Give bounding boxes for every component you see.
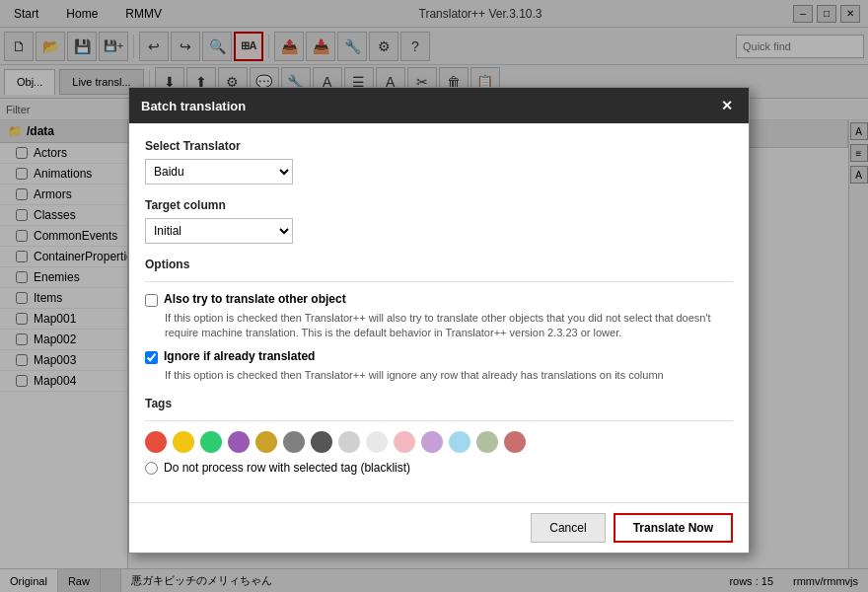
batch-translation-modal: Batch translation ✕ Select Translator Ba…: [128, 87, 750, 554]
translate-other-checkbox[interactable]: [145, 294, 158, 307]
tags-divider: [145, 420, 733, 421]
tag-circle[interactable]: [504, 431, 526, 453]
tags-group: Tags Do not process row with selected ta…: [145, 397, 733, 475]
tag-circle[interactable]: [449, 431, 470, 453]
target-column-select[interactable]: Initial Machine translation Better trans…: [145, 218, 293, 244]
tag-circle[interactable]: [394, 431, 415, 453]
tags-label: Tags: [145, 397, 733, 410]
target-column-group: Target column Initial Machine translatio…: [145, 198, 733, 244]
translator-select[interactable]: Baidu Google DeepL: [145, 159, 293, 185]
target-column-label: Target column: [145, 198, 733, 212]
modal-title-bar: Batch translation ✕: [129, 88, 749, 123]
checkbox2-desc: If this option is checked then Translato…: [165, 368, 733, 383]
blacklist-row: Do not process row with selected tag (bl…: [145, 461, 733, 475]
tags-row: [145, 431, 733, 453]
blacklist-label[interactable]: Do not process row with selected tag (bl…: [164, 461, 410, 475]
options-group: Options Also try to translate other obje…: [145, 258, 733, 383]
options-divider: [145, 281, 733, 282]
tag-circle[interactable]: [366, 431, 388, 453]
tag-circle[interactable]: [338, 431, 360, 453]
blacklist-radio[interactable]: [145, 462, 158, 475]
tag-circle[interactable]: [255, 431, 277, 453]
checkbox2-label[interactable]: Ignore if already translated: [164, 349, 315, 363]
modal-title: Batch translation: [141, 99, 246, 113]
tag-circle[interactable]: [311, 431, 332, 453]
modal-body: Select Translator Baidu Google DeepL Tar…: [129, 123, 749, 502]
modal-footer: Cancel Translate Now: [129, 502, 749, 553]
modal-overlay: Batch translation ✕ Select Translator Ba…: [0, 0, 868, 592]
tag-circle[interactable]: [476, 431, 498, 453]
tag-circle[interactable]: [421, 431, 443, 453]
tag-circle[interactable]: [228, 431, 250, 453]
options-label: Options: [145, 258, 733, 271]
select-translator-label: Select Translator: [145, 139, 733, 153]
ignore-translated-checkbox[interactable]: [145, 351, 158, 364]
tag-circle[interactable]: [200, 431, 222, 453]
modal-close-button[interactable]: ✕: [717, 96, 737, 115]
translate-now-button[interactable]: Translate Now: [614, 513, 733, 543]
tag-circle[interactable]: [283, 431, 305, 453]
tag-circle[interactable]: [145, 431, 167, 453]
cancel-button[interactable]: Cancel: [531, 513, 605, 543]
select-translator-group: Select Translator Baidu Google DeepL: [145, 139, 733, 185]
checkbox1-row: Also try to translate other object: [145, 292, 733, 307]
tag-circle[interactable]: [173, 431, 194, 453]
checkbox1-desc: If this option is checked then Translato…: [165, 311, 733, 341]
checkbox2-row: Ignore if already translated: [145, 349, 733, 364]
checkbox1-label[interactable]: Also try to translate other object: [164, 292, 346, 306]
